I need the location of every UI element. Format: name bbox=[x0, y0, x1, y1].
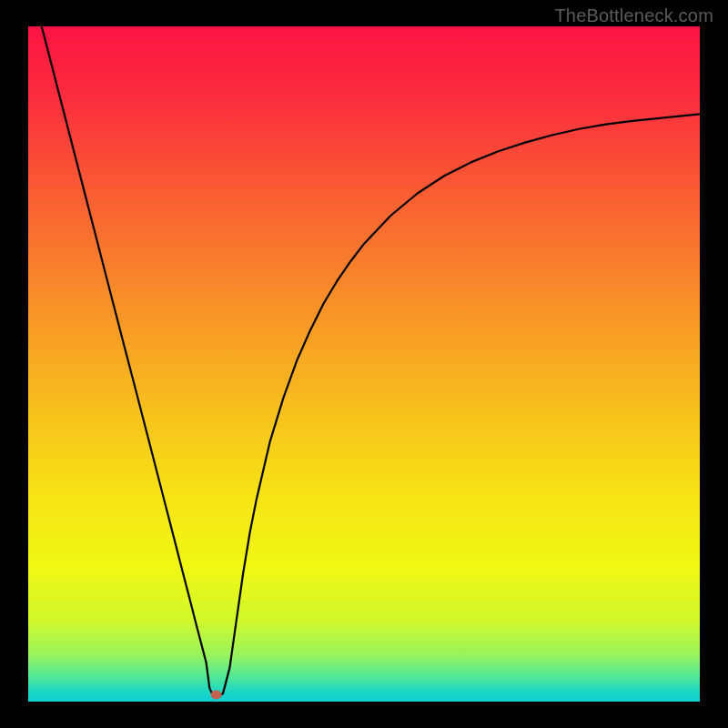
chart-frame: TheBottleneck.com bbox=[0, 0, 728, 728]
plot-svg bbox=[28, 26, 700, 702]
watermark-label: TheBottleneck.com bbox=[554, 5, 713, 26]
optimum-marker bbox=[211, 691, 222, 700]
plot-area bbox=[28, 26, 700, 702]
